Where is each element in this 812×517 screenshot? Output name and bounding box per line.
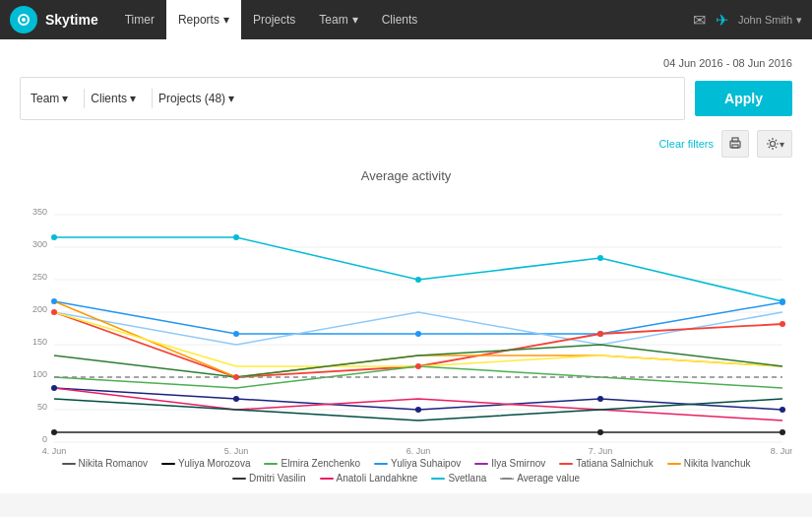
svg-text:7. Jun: 7. Jun — [589, 446, 613, 454]
legend-item-5: Ilya Smirnov — [474, 458, 545, 469]
chat-icon[interactable]: ✈ — [716, 11, 728, 30]
legend-item-8: Dmitri Vasilin — [232, 473, 306, 484]
nav-clients[interactable]: Clients — [370, 0, 430, 39]
svg-text:0: 0 — [42, 434, 47, 444]
svg-point-33 — [51, 298, 57, 304]
logo-icon — [10, 6, 37, 33]
nav-timer[interactable]: Timer — [113, 0, 166, 39]
legend-item-1: Nikita Romanov — [62, 458, 149, 469]
svg-text:350: 350 — [32, 207, 47, 217]
legend-item-10: Svetlana — [431, 473, 486, 484]
legend-item-2: Yuliya Morozova — [161, 458, 250, 469]
team-filter[interactable]: Team ▾ — [31, 92, 68, 105]
svg-point-43 — [51, 385, 57, 391]
svg-text:100: 100 — [32, 369, 47, 379]
logo[interactable]: Skytime — [10, 6, 98, 33]
svg-rect-4 — [732, 145, 738, 148]
filter-divider-1 — [84, 89, 85, 108]
legend-item-6: Tatiana Salnichuk — [559, 458, 653, 469]
svg-point-45 — [415, 407, 421, 413]
svg-point-49 — [597, 429, 603, 435]
legend-item-4: Yuliya Suhaipov — [374, 458, 461, 469]
svg-point-48 — [51, 429, 57, 435]
actions-row: Clear filters ▾ — [20, 124, 792, 163]
user-menu[interactable]: John Smith ▾ — [738, 14, 802, 27]
svg-point-44 — [233, 396, 239, 402]
svg-text:150: 150 — [32, 337, 47, 347]
legend-item-7: Nikita Ivanchuk — [667, 458, 751, 469]
main-content: 04 Jun 2016 - 08 Jun 2016 Team ▾ Clients… — [0, 39, 812, 493]
svg-text:250: 250 — [32, 272, 47, 282]
svg-point-34 — [233, 331, 239, 337]
svg-point-1 — [22, 18, 26, 22]
svg-point-47 — [780, 407, 785, 413]
legend-item-3: Elmira Zenchenko — [264, 458, 360, 469]
settings-button[interactable]: ▾ — [757, 130, 792, 158]
svg-point-28 — [51, 234, 57, 240]
print-button[interactable] — [721, 130, 749, 158]
svg-point-39 — [233, 374, 239, 380]
svg-point-37 — [780, 299, 785, 305]
nav-right: ✉ ✈ John Smith ▾ — [693, 11, 802, 30]
clear-filters-link[interactable]: Clear filters — [658, 138, 714, 150]
svg-text:6. Jun: 6. Jun — [406, 446, 431, 454]
svg-point-41 — [597, 331, 603, 337]
svg-point-42 — [780, 321, 785, 327]
chart-title: Average activity — [20, 168, 792, 183]
nav-projects[interactable]: Projects — [241, 0, 307, 39]
svg-point-38 — [51, 309, 57, 315]
legend-item-9: Anatoli Landahkne — [320, 473, 418, 484]
brand-name: Skytime — [45, 12, 98, 28]
gear-icon — [766, 137, 780, 151]
svg-text:50: 50 — [37, 402, 47, 412]
date-range: 04 Jun 2016 - 08 Jun 2016 — [20, 49, 792, 77]
mail-icon[interactable]: ✉ — [693, 11, 706, 30]
nav-reports[interactable]: Reports▾ — [166, 0, 241, 39]
clients-filter[interactable]: Clients ▾ — [91, 92, 136, 105]
svg-point-46 — [597, 396, 603, 402]
nav-team[interactable]: Team▾ — [307, 0, 369, 39]
projects-filter[interactable]: Projects (48) ▾ — [158, 92, 234, 105]
filter-bar: Team ▾ Clients ▾ Projects (48) ▾ — [20, 77, 685, 120]
nav-items: Timer Reports▾ Projects Team▾ Clients — [113, 0, 693, 39]
navbar: Skytime Timer Reports▾ Projects Team▾ Cl… — [0, 0, 812, 39]
svg-point-50 — [780, 429, 785, 435]
svg-point-35 — [415, 331, 421, 337]
legend-item-avg: Average value — [500, 473, 580, 484]
filter-divider-2 — [152, 89, 153, 108]
print-icon — [728, 137, 742, 151]
chart-area: Average activity 0 50 100 150 200 250 30… — [20, 163, 792, 484]
chart-legend: Nikita Romanov Yuliya Morozova Elmira Ze… — [20, 458, 792, 484]
apply-button[interactable]: Apply — [695, 81, 792, 116]
svg-point-30 — [415, 277, 421, 283]
svg-text:5. Jun: 5. Jun — [224, 446, 249, 454]
activity-chart: 0 50 100 150 200 250 300 350 4. Jun 5. J… — [20, 188, 792, 454]
svg-point-31 — [597, 255, 603, 261]
svg-point-29 — [233, 234, 239, 240]
svg-point-5 — [770, 142, 775, 147]
svg-point-40 — [415, 363, 421, 369]
svg-text:300: 300 — [32, 239, 47, 249]
svg-text:4. Jun: 4. Jun — [42, 446, 67, 454]
svg-text:8. Jun: 8. Jun — [771, 446, 792, 454]
svg-text:200: 200 — [32, 304, 47, 314]
